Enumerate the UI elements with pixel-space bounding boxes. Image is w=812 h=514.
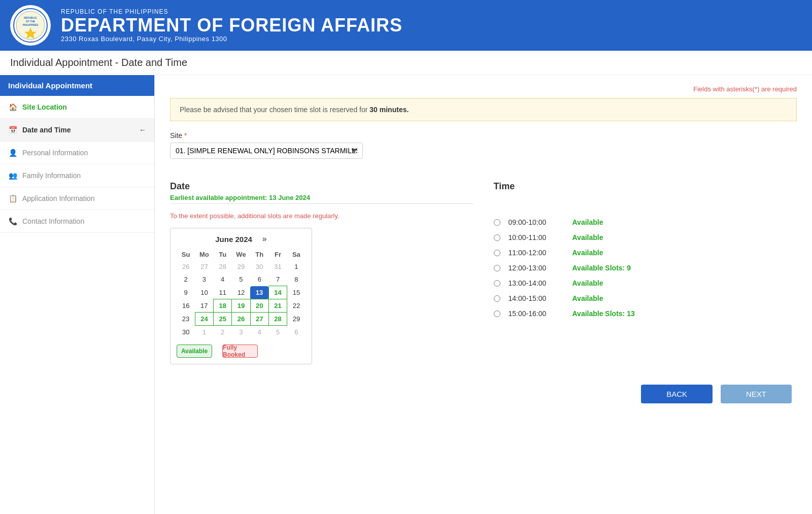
- date-col: Date Earliest available appointment: 13 …: [170, 181, 473, 364]
- calendar-day-2: 2: [177, 273, 195, 286]
- time-slot-radio-0[interactable]: [494, 219, 500, 226]
- time-slot-radio-2[interactable]: [494, 250, 500, 256]
- calendar-next-icon[interactable]: »: [262, 234, 267, 244]
- sidebar-header: Individual Appointment: [0, 75, 154, 96]
- time-slot-status-2: Available: [572, 249, 603, 257]
- sidebar-item-date-time[interactable]: 📅 Date and Time ←: [0, 119, 154, 142]
- calendar-day-3: 3: [195, 273, 213, 286]
- time-col: Time 09:00-10:00Available10:00-11:00Avai…: [473, 181, 797, 364]
- calendar-day-28[interactable]: 28: [268, 313, 287, 326]
- sidebar-label-contact-info: Contact Information: [22, 217, 84, 225]
- time-slot-row-4: 13:00-14:00Available: [494, 279, 797, 287]
- time-slot-radio-5[interactable]: [494, 295, 500, 302]
- home-icon: 🏠: [8, 103, 17, 111]
- time-slot-label-1: 10:00-11:00: [509, 233, 564, 242]
- cal-day-mo: Mo: [195, 249, 213, 260]
- sidebar-item-family-info[interactable]: 👥 Family Information: [0, 164, 154, 187]
- calendar-day-27: 27: [195, 260, 213, 273]
- calendar-day-2: 2: [214, 326, 232, 339]
- calendar-day-29: 29: [232, 260, 250, 273]
- calendar-day-5: 5: [232, 273, 250, 286]
- calendar-day-18[interactable]: 18: [214, 299, 232, 313]
- back-button[interactable]: BACK: [641, 385, 713, 403]
- time-slot-row-0: 09:00-10:00Available: [494, 218, 797, 226]
- time-slot-label-5: 14:00-15:00: [509, 294, 564, 302]
- time-slot-row-2: 11:00-12:00Available: [494, 249, 797, 257]
- calendar-day-26[interactable]: 26: [232, 313, 250, 326]
- sidebar-item-personal-info[interactable]: 👤 Personal Information: [0, 142, 154, 164]
- dfa-seal: REPUBLIC OF THE PHILIPPINES: [10, 5, 51, 46]
- time-slot-radio-1[interactable]: [494, 234, 500, 241]
- time-slot-label-4: 13:00-14:00: [509, 279, 564, 287]
- slots-notice: To the extent possible, additional slots…: [170, 212, 473, 220]
- notice-box: Please be advised that your chosen time …: [170, 98, 797, 121]
- calendar-day-27[interactable]: 27: [250, 313, 268, 326]
- required-note: Fields with asterisks(*) are required: [170, 85, 797, 93]
- family-icon: 👥: [8, 172, 17, 180]
- legend-available: Available: [177, 345, 212, 358]
- time-slot-row-5: 14:00-15:00Available: [494, 294, 797, 302]
- calendar-day-7: 7: [268, 273, 287, 286]
- calendar-grid: Su Mo Tu We Th Fr Sa 2627282930311234567…: [177, 249, 306, 338]
- header-subtitle: REPUBLIC OF THE PHILIPPINES: [61, 8, 402, 15]
- site-select[interactable]: 01. [SIMPLE RENEWAL ONLY] ROBINSONS STAR…: [170, 143, 363, 159]
- calendar-day-29: 29: [287, 313, 306, 326]
- calendar-day-21[interactable]: 21: [268, 299, 287, 313]
- required-asterisk: *: [184, 131, 187, 140]
- sidebar-label-family-info: Family Information: [22, 172, 81, 180]
- sidebar-label-application-info: Application Information: [22, 194, 94, 202]
- legend-fully-booked: Fully Booked: [222, 345, 258, 358]
- calendar-day-30: 30: [177, 326, 195, 339]
- calendar-day-3: 3: [232, 326, 250, 339]
- time-slot-row-6: 15:00-16:00Available Slots: 13: [494, 310, 797, 318]
- calendar-day-28: 28: [214, 260, 232, 273]
- sidebar-item-contact-info[interactable]: 📞 Contact Information: [0, 210, 154, 233]
- main-content: Fields with asterisks(*) are required Pl…: [155, 75, 812, 514]
- calendar-day-5: 5: [268, 326, 287, 339]
- cal-day-fr: Fr: [268, 249, 287, 260]
- cal-day-sa: Sa: [287, 249, 306, 260]
- sidebar: Individual Appointment 🏠 Site Location 📅…: [0, 75, 155, 514]
- main-layout: Individual Appointment 🏠 Site Location 📅…: [0, 75, 812, 514]
- notice-text-before: Please be advised that your chosen time …: [180, 106, 369, 114]
- calendar-day-19[interactable]: 19: [232, 299, 250, 313]
- calendar-day-16: 16: [177, 299, 195, 313]
- calendar-day-20[interactable]: 20: [250, 299, 268, 313]
- calendar-day-12: 12: [232, 286, 250, 299]
- calendar-day-4: 4: [250, 326, 268, 339]
- calendar-day-22: 22: [287, 299, 306, 313]
- header-title: DEPARTMENT OF FOREIGN AFFAIRS: [61, 15, 402, 36]
- calendar-day-10: 10: [195, 286, 213, 299]
- cal-day-we: We: [232, 249, 250, 260]
- time-slot-row-3: 12:00-13:00Available Slots: 9: [494, 264, 797, 272]
- calendar-day-1: 1: [287, 260, 306, 273]
- calendar-day-24[interactable]: 24: [195, 313, 213, 326]
- calendar-day-15: 15: [287, 286, 306, 299]
- calendar-day-17: 17: [195, 299, 213, 313]
- date-time-row: Date Earliest available appointment: 13 …: [170, 181, 797, 364]
- next-button[interactable]: NEXT: [721, 385, 792, 403]
- calendar-legend: Available Fully Booked: [177, 345, 306, 358]
- notice-bold: 30 minutes.: [369, 106, 409, 114]
- sidebar-item-site-location[interactable]: 🏠 Site Location: [0, 96, 154, 119]
- svg-text:OF THE: OF THE: [26, 20, 36, 23]
- calendar-day-1: 1: [195, 326, 213, 339]
- calendar-day-26: 26: [177, 260, 195, 273]
- cal-day-su: Su: [177, 249, 195, 260]
- time-slot-radio-4[interactable]: [494, 280, 500, 287]
- time-section-title: Time: [494, 181, 797, 192]
- calendar-day-25[interactable]: 25: [214, 313, 232, 326]
- time-slot-status-5: Available: [572, 294, 603, 302]
- earliest-date: 13 June 2024: [269, 194, 310, 201]
- back-arrow-icon: ←: [139, 126, 146, 134]
- calendar-day-23: 23: [177, 313, 195, 326]
- time-slot-radio-3[interactable]: [494, 265, 500, 271]
- person-icon: 👤: [8, 149, 17, 157]
- sidebar-item-application-info[interactable]: 📋 Application Information: [0, 187, 154, 210]
- calendar-day-13[interactable]: 13: [250, 286, 268, 299]
- calendar-day-14[interactable]: 14: [268, 286, 287, 299]
- header-address: 2330 Roxas Boulevard, Pasay City, Philip…: [61, 35, 402, 43]
- time-slot-label-3: 12:00-13:00: [509, 264, 564, 272]
- time-slot-radio-6[interactable]: [494, 311, 500, 317]
- calendar-day-6: 6: [250, 273, 268, 286]
